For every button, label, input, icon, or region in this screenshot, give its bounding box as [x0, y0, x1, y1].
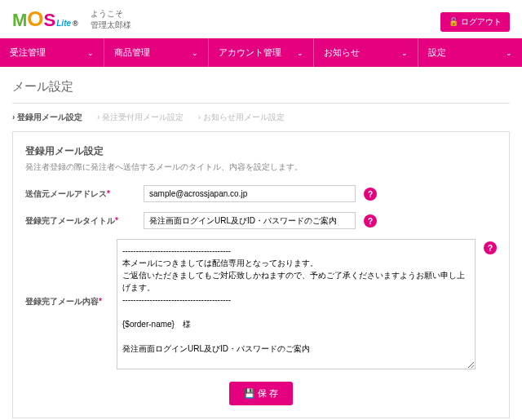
nav-notices[interactable]: お知らせ⌄: [314, 38, 418, 67]
chevron-down-icon: ⌄: [297, 49, 303, 57]
header: MOSLite® ようこそ 管理太郎様 🔓 ログアウト: [0, 0, 522, 38]
content: メール設定 登録用メール設定 発注受付用メール設定 お知らせ用メール設定 登録用…: [0, 67, 522, 420]
chevron-down-icon: ⌄: [192, 49, 198, 57]
tab-order-mail[interactable]: 発注受付用メール設定: [97, 112, 184, 123]
help-icon[interactable]: ?: [484, 241, 497, 254]
from-input[interactable]: [144, 185, 356, 202]
row-from: 送信元メールアドレス* ?: [25, 185, 497, 202]
nav-accounts[interactable]: アカウント管理⌄: [209, 38, 313, 67]
nav-orders[interactable]: 受注管理⌄: [0, 38, 104, 67]
chevron-down-icon: ⌄: [401, 49, 408, 57]
sub-tabs: 登録用メール設定 発注受付用メール設定 お知らせ用メール設定: [12, 103, 510, 131]
panel-desc: 発注者登録の際に発注者へ送信するメールのタイトル、内容を設定します。: [25, 161, 497, 173]
row-body: 登録完了メール内容* -----------------------------…: [25, 239, 497, 369]
logo: MOSLite®: [12, 7, 78, 32]
row-title: 登録完了メールタイトル* ?: [25, 212, 497, 229]
tab-registration-mail[interactable]: 登録用メール設定: [12, 112, 82, 123]
body-textarea[interactable]: ----------------------------------------…: [117, 239, 476, 369]
panel-title: 登録用メール設定: [25, 144, 497, 158]
help-icon[interactable]: ?: [364, 214, 377, 228]
chevron-down-icon: ⌄: [506, 49, 512, 57]
nav-products[interactable]: 商品管理⌄: [104, 38, 209, 67]
help-icon[interactable]: ?: [364, 188, 377, 201]
title-input[interactable]: [144, 212, 356, 229]
nav-settings[interactable]: 設定⌄: [418, 38, 522, 67]
tab-notice-mail[interactable]: お知らせ用メール設定: [198, 112, 285, 123]
save-button[interactable]: 💾 保 存: [229, 382, 293, 405]
settings-panel: 登録用メール設定 発注者登録の際に発注者へ送信するメールのタイトル、内容を設定し…: [12, 131, 510, 418]
main-nav: 受注管理⌄ 商品管理⌄ アカウント管理⌄ お知らせ⌄ 設定⌄: [0, 38, 522, 67]
logout-button[interactable]: 🔓 ログアウト: [440, 12, 510, 32]
welcome-text: ようこそ 管理太郎様: [91, 8, 131, 31]
body-label: 登録完了メール内容*: [25, 239, 117, 307]
from-label: 送信元メールアドレス*: [25, 185, 144, 200]
page-title: メール設定: [12, 79, 510, 103]
title-label: 登録完了メールタイトル*: [25, 212, 144, 227]
chevron-down-icon: ⌄: [87, 49, 94, 57]
